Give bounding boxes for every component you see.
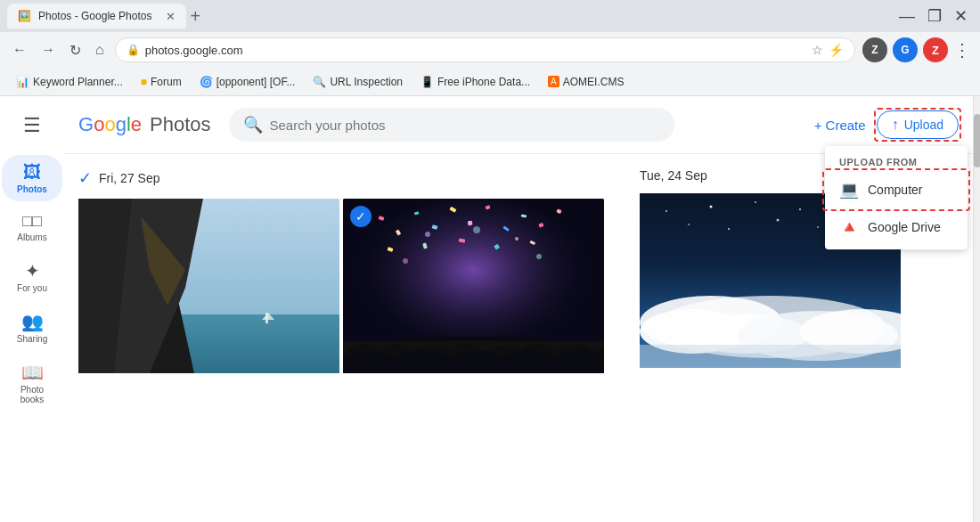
home-button[interactable]: ⌂ (92, 38, 108, 61)
date-header-fri: ✓ Fri, 27 Sep (78, 168, 604, 188)
url-display: photos.google.com (145, 44, 806, 57)
restore-button[interactable]: ❐ (922, 4, 947, 28)
sidebar-foryou-label: For you (17, 283, 47, 293)
app-container: ☰ 🖼 Photos □□ Albums ✦ For you 👥 Sharing… (0, 96, 980, 522)
upload-from-header: UPLOAD FROM (825, 150, 968, 171)
search-input[interactable] (270, 118, 660, 133)
app-header-wrapper: Google Photos 🔍 + Create (64, 96, 973, 154)
minimize-button[interactable]: — (894, 4, 920, 28)
mountain-photo-image (78, 199, 339, 373)
browser-tab[interactable]: 🖼️ Photos - Google Photos ✕ (7, 4, 186, 29)
photo-mountain[interactable] (78, 199, 339, 373)
svg-point-42 (777, 219, 780, 222)
app-header: Google Photos 🔍 + Create (64, 96, 973, 153)
computer-icon: 💻 (839, 180, 859, 200)
upload-button[interactable]: ↑ Upload (877, 110, 959, 139)
create-label: Create (826, 118, 866, 133)
photos-logo-text: Photos (150, 113, 211, 136)
browser-menu-button[interactable]: ⋮ (953, 39, 971, 61)
reload-button[interactable]: ↻ (66, 38, 85, 62)
hamburger-menu-button[interactable]: ☰ (16, 107, 48, 144)
date-tue-label: Tue, 24 Sep (640, 168, 707, 183)
upload-label: Upload (904, 118, 943, 132)
upload-dropdown: UPLOAD FROM 💻 Computer 🔺 Google Dr (825, 146, 968, 249)
photo-confetti[interactable]: ✓ (343, 199, 604, 373)
albums-icon: □□ (22, 212, 42, 231)
bookmark-url-icon: 🔍 (313, 76, 326, 88)
upload-arrow-icon: ↑ (892, 117, 899, 133)
svg-rect-52 (640, 345, 901, 368)
upload-computer-option[interactable]: 💻 Computer (825, 171, 968, 208)
profile-avatar-z[interactable]: Z (923, 37, 948, 62)
browser-right-icons: Z G Z ⋮ (862, 37, 971, 62)
upload-drive-option[interactable]: 🔺 Google Drive (825, 208, 968, 246)
upload-btn-wrapper: ↑ Upload UPLOAD FROM 💻 Computer (877, 110, 959, 139)
bookmark-forum-icon: ■ (141, 76, 147, 88)
svg-point-27 (473, 226, 480, 233)
bookmark-keyword-planner[interactable]: 📊 Keyword Planner... (9, 74, 130, 90)
tab-close-icon[interactable]: ✕ (166, 10, 176, 23)
profile-avatar-dark[interactable]: Z (862, 37, 887, 62)
header-actions: + Create ↑ Upload UPLOAD FROM (814, 110, 959, 139)
svg-point-29 (403, 258, 408, 264)
title-bar: 🖼️ Photos - Google Photos ✕ + — ❐ ✕ (0, 0, 980, 32)
sidebar-albums-label: Albums (17, 232, 46, 242)
address-bar-row: ← → ↻ ⌂ 🔒 photos.google.com ☆ ⚡ Z G Z ⋮ (0, 32, 980, 68)
bookmarks-bar: 📊 Keyword Planner... ■ Forum 🌀 [opponent… (0, 68, 980, 96)
sidebar-item-for-you[interactable]: ✦ For you (2, 253, 62, 300)
search-icon: 🔍 (243, 115, 263, 135)
sidebar: ☰ 🖼 Photos □□ Albums ✦ For you 👥 Sharing… (0, 96, 64, 522)
sidebar-item-photo-books[interactable]: 📖 Photo books (2, 355, 62, 412)
scrollbar-thumb[interactable] (974, 114, 980, 167)
profile-avatar-g[interactable]: G (893, 37, 918, 62)
search-bar[interactable]: 🔍 (229, 108, 674, 142)
sidebar-item-photos[interactable]: 🖼 Photos (2, 155, 62, 201)
bookmark-url-inspection[interactable]: 🔍 URL Inspection (306, 74, 410, 90)
svg-point-36 (755, 201, 756, 203)
lock-icon: 🔒 (127, 44, 140, 56)
svg-point-43 (817, 226, 819, 228)
photo-selected-check: ✓ (350, 206, 372, 227)
scrollbar[interactable] (973, 96, 980, 522)
sidebar-photos-label: Photos (17, 184, 47, 194)
photo-books-icon: 📖 (21, 362, 44, 383)
main-area: Google Photos 🔍 + Create (64, 96, 973, 522)
bookmark-iphone[interactable]: 📱 Free iPhone Data... (413, 74, 537, 90)
address-bar-icons: ☆ ⚡ (812, 43, 844, 57)
for-you-icon: ✦ (25, 260, 40, 281)
bookmark-iphone-label: Free iPhone Data... (437, 76, 530, 88)
bookmark-opponent[interactable]: 🌀 [opponent] [OF... (192, 74, 303, 90)
bookmark-forum[interactable]: ■ Forum (134, 74, 189, 90)
extension-icon[interactable]: ⚡ (829, 43, 844, 57)
sidebar-item-albums[interactable]: □□ Albums (2, 205, 62, 249)
tab-favicon: 🖼️ (18, 10, 31, 22)
check-circle-icon: ✓ (78, 168, 92, 188)
computer-label: Computer (868, 183, 922, 197)
back-button[interactable]: ← (9, 38, 30, 61)
sidebar-item-sharing[interactable]: 👥 Sharing (2, 304, 62, 351)
sharing-icon: 👥 (21, 311, 44, 332)
photos-row-fri: ✓ (78, 199, 604, 373)
close-button[interactable]: ✕ (949, 4, 973, 28)
svg-point-41 (728, 228, 730, 230)
computer-option-wrapper: 💻 Computer (825, 171, 968, 208)
address-bar[interactable]: 🔒 photos.google.com ☆ ⚡ (115, 37, 855, 62)
google-drive-label: Google Drive (868, 220, 941, 234)
google-logo: Google (78, 113, 142, 136)
bookmark-aomei-icon: A (548, 76, 559, 87)
bookmark-opponent-icon: 🌀 (200, 76, 213, 88)
bookmark-aomei-label: AOMEI.CMS (563, 76, 625, 88)
create-button[interactable]: + Create (814, 118, 866, 133)
bookmark-iphone-icon: 📱 (421, 76, 434, 88)
tab-title: Photos - Google Photos (38, 10, 151, 22)
svg-point-26 (425, 232, 430, 237)
bookmark-aomei[interactable]: A AOMEI.CMS (541, 74, 631, 90)
star-icon[interactable]: ☆ (812, 43, 823, 57)
forward-button[interactable]: → (37, 38, 59, 61)
sidebar-sharing-label: Sharing (17, 334, 47, 344)
date-fri-label: Fri, 27 Sep (99, 171, 159, 185)
bookmark-url-label: URL Inspection (330, 76, 403, 88)
svg-point-37 (799, 208, 801, 210)
new-tab-button[interactable]: + (190, 6, 200, 27)
svg-point-30 (536, 254, 542, 259)
